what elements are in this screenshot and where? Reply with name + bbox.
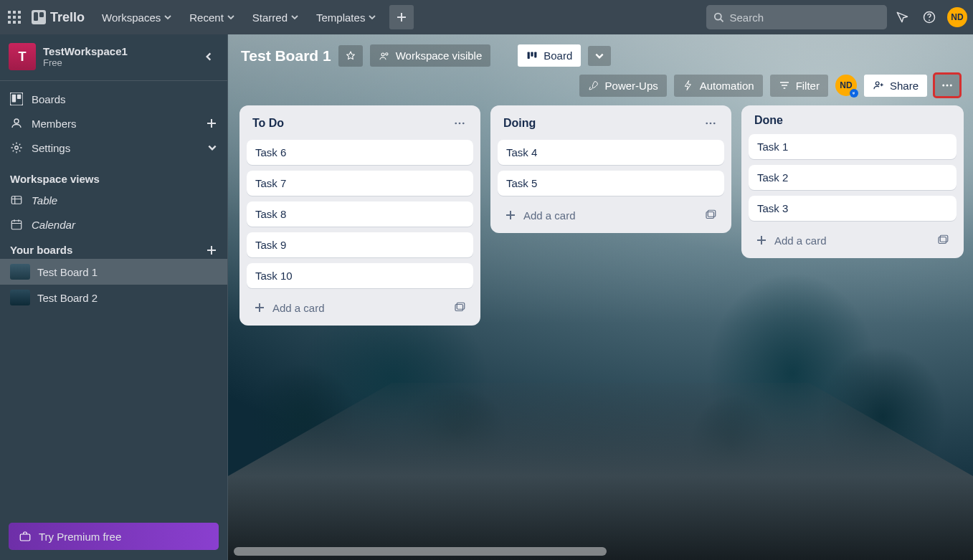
list-title[interactable]: Done (754, 114, 783, 127)
bell-icon (895, 10, 909, 24)
help-button[interactable] (917, 5, 941, 29)
card-template-button[interactable] (450, 298, 469, 317)
board-view-button[interactable]: Board (518, 44, 581, 67)
search-input[interactable] (729, 11, 880, 24)
svg-point-18 (14, 119, 19, 123)
add-member-button[interactable] (206, 118, 217, 129)
plus-icon (756, 234, 767, 246)
add-card-button[interactable]: Add a card (502, 207, 694, 224)
card[interactable]: Task 1 (749, 134, 957, 159)
svg-rect-10 (34, 12, 38, 21)
svg-rect-4 (13, 16, 16, 19)
card[interactable]: Task 10 (247, 263, 473, 288)
plus-icon (206, 245, 217, 256)
svg-point-23 (381, 53, 384, 56)
try-premium-button[interactable]: Try Premium free (9, 523, 219, 550)
filter-button[interactable]: Filter (770, 75, 828, 97)
horizontal-scrollbar[interactable] (234, 547, 607, 556)
add-board-button[interactable] (206, 245, 217, 256)
template-icon (704, 209, 717, 222)
chevron-down-icon (594, 51, 604, 61)
list-menu-button[interactable] (946, 118, 952, 123)
list-doing: Doing Task 4 Task 5 Add a card (490, 105, 731, 233)
list-menu-button[interactable] (450, 114, 469, 133)
svg-rect-11 (39, 12, 44, 17)
add-card-button[interactable]: Add a card (753, 232, 926, 250)
automation-button[interactable]: Automation (674, 75, 763, 97)
account-avatar[interactable]: ND (947, 7, 967, 27)
list-title[interactable]: Doing (503, 117, 536, 130)
nav-starred[interactable]: Starred (245, 7, 306, 28)
power-ups-button[interactable]: Power-Ups (579, 75, 667, 97)
more-horizontal-icon (453, 117, 466, 130)
svg-point-38 (710, 123, 712, 125)
people-icon (379, 50, 390, 62)
svg-point-24 (385, 52, 387, 54)
plus-icon (505, 209, 516, 221)
board-link-test-board-2[interactable]: Test Board 2 (0, 285, 227, 310)
card-template-button[interactable] (701, 206, 720, 224)
svg-point-34 (462, 123, 465, 125)
table-icon (10, 194, 23, 207)
nav-recent[interactable]: Recent (182, 7, 242, 28)
card[interactable]: Task 6 (247, 140, 473, 165)
briefcase-icon (19, 530, 32, 543)
board-view-icon (526, 50, 538, 62)
svg-rect-25 (528, 52, 530, 59)
svg-point-37 (706, 123, 708, 125)
card[interactable]: Task 9 (247, 232, 473, 257)
svg-point-14 (929, 19, 930, 21)
board-menu-button[interactable] (934, 74, 960, 97)
svg-point-32 (455, 123, 457, 125)
card[interactable]: Task 3 (749, 196, 957, 221)
settings-expand-button[interactable] (207, 143, 217, 153)
create-button[interactable] (389, 5, 414, 29)
top-nav: Trello Workspaces Recent Starred Templat… (0, 0, 973, 34)
card[interactable]: Task 8 (247, 201, 473, 227)
card[interactable]: Task 2 (749, 165, 957, 190)
share-button[interactable]: Share (864, 75, 927, 97)
nav-workspaces[interactable]: Workspaces (95, 7, 179, 28)
svg-rect-41 (708, 210, 716, 217)
card[interactable]: Task 7 (247, 171, 473, 196)
person-plus-icon (873, 80, 884, 91)
bolt-icon (683, 80, 694, 91)
star-board-button[interactable] (338, 45, 363, 67)
board-link-test-board-1[interactable]: Test Board 1 (0, 259, 227, 285)
filter-icon (779, 80, 790, 91)
sidebar-item-members[interactable]: Members (0, 111, 227, 136)
sidebar-view-table[interactable]: Table (0, 188, 227, 212)
trello-logo[interactable]: Trello (32, 10, 85, 25)
sidebar-view-calendar[interactable]: Calendar (0, 212, 227, 237)
svg-rect-16 (12, 95, 16, 103)
visibility-button[interactable]: Workspace visible (370, 44, 491, 67)
logo-text: Trello (50, 10, 85, 25)
list-done: Done Task 1 Task 2 Task 3 Add a card (741, 105, 964, 258)
svg-rect-8 (18, 21, 21, 24)
plus-icon (206, 118, 217, 129)
list-menu-button[interactable] (701, 114, 720, 133)
view-switcher-button[interactable] (588, 46, 611, 66)
plus-icon (396, 11, 407, 23)
sidebar-item-settings[interactable]: Settings (0, 136, 227, 160)
notifications-button[interactable] (890, 5, 914, 29)
card-template-button[interactable] (934, 231, 952, 250)
svg-point-30 (946, 85, 949, 87)
list-title[interactable]: To Do (252, 117, 284, 130)
svg-rect-36 (457, 303, 465, 309)
template-icon (936, 234, 949, 247)
workspace-badge: T (9, 43, 36, 70)
apps-launcher-icon[interactable] (6, 9, 23, 26)
board-thumb-icon (10, 264, 30, 280)
search-box[interactable] (706, 5, 887, 29)
add-card-button[interactable]: Add a card (251, 299, 443, 317)
sidebar-item-boards[interactable]: Boards (0, 87, 227, 111)
rocket-icon (588, 80, 599, 91)
card[interactable]: Task 4 (498, 140, 724, 165)
board-title[interactable]: Test Board 1 (241, 47, 331, 65)
svg-rect-22 (20, 534, 30, 541)
card[interactable]: Task 5 (498, 171, 724, 196)
collapse-sidebar-button[interactable] (199, 47, 219, 67)
board-member-avatar[interactable]: ND (835, 75, 857, 96)
nav-templates[interactable]: Templates (309, 7, 384, 28)
